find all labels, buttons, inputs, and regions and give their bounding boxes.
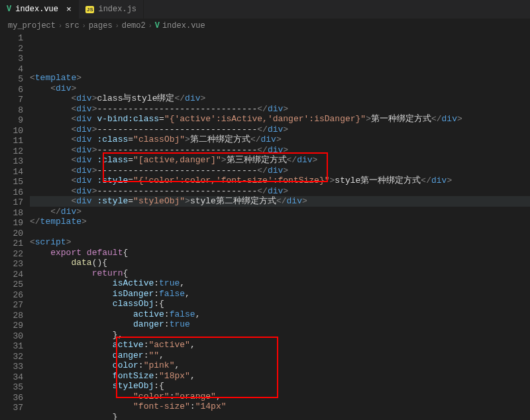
line-number: 21	[0, 238, 23, 249]
chevron-right-icon: ›	[148, 23, 152, 30]
line-number: 3	[0, 54, 23, 64]
line-number: 19	[0, 218, 23, 229]
vue-icon: V	[155, 21, 160, 30]
breadcrumb-file[interactable]: index.vue	[162, 21, 205, 30]
line-number: 17	[0, 197, 23, 208]
tab-label: index.vue	[15, 5, 58, 14]
code-line[interactable]: export default{	[30, 248, 530, 258]
code-line[interactable]: <div v-bind:class="{'active':isActive,'d…	[30, 114, 530, 125]
chevron-right-icon: ›	[58, 23, 62, 30]
code-line[interactable]: <div :style="styleObj">style第二种绑定方式</div…	[30, 196, 530, 207]
line-number: 26	[0, 290, 23, 301]
breadcrumb-part[interactable]: src	[65, 21, 80, 30]
line-numbers: 1234567891011121314151617181920212223242…	[0, 33, 30, 420]
breadcrumb-part[interactable]: demo2	[122, 21, 146, 30]
line-number: 25	[0, 280, 23, 290]
code-line[interactable]: classObj:{	[30, 299, 530, 309]
line-number: 31	[0, 341, 23, 352]
code-content[interactable]: <template> <div> <div>class与style绑定</div…	[30, 33, 530, 420]
line-number: 2	[0, 44, 23, 54]
code-line[interactable]: "color":"orange",	[30, 392, 530, 402]
line-number: 18	[0, 208, 23, 219]
line-number: 9	[0, 115, 23, 126]
code-line[interactable]: fontSize:"18px",	[30, 371, 530, 382]
code-line[interactable]: danger:true	[30, 319, 530, 330]
line-number: 8	[0, 105, 23, 116]
code-line[interactable]: <div>-------------------------------</di…	[30, 166, 530, 176]
code-line[interactable]: <div :class="[active,danger]">第三种绑定方式</d…	[30, 155, 530, 166]
code-line[interactable]: <div>-------------------------------</di…	[30, 145, 530, 156]
line-number: 12	[0, 146, 23, 157]
code-line[interactable]: },	[30, 330, 530, 341]
code-line[interactable]: "font-size":"14px"	[30, 401, 530, 412]
line-number: 24	[0, 270, 23, 280]
code-line[interactable]: <div>class与style绑定</div>	[30, 93, 530, 104]
breadcrumb: my_project › src › pages › demo2 › V ind…	[0, 19, 530, 33]
line-number: 35	[0, 382, 23, 393]
line-number: 13	[0, 156, 23, 167]
code-editor[interactable]: 1234567891011121314151617181920212223242…	[0, 33, 530, 420]
code-line[interactable]: danger:"",	[30, 350, 530, 361]
line-number: 10	[0, 126, 23, 136]
code-line[interactable]: <div :class="classObj">第二种绑定方式</div>	[30, 134, 530, 145]
code-line[interactable]	[30, 227, 530, 238]
code-line[interactable]: </div>	[30, 207, 530, 217]
code-line[interactable]: color:"pink",	[30, 360, 530, 371]
line-number: 16	[0, 187, 23, 198]
line-number: 20	[0, 229, 23, 239]
code-line[interactable]: }	[30, 412, 530, 421]
code-line[interactable]: return{	[30, 268, 530, 279]
line-number: 27	[0, 300, 23, 311]
line-number: 1	[0, 33, 23, 44]
code-line[interactable]: <template>	[30, 73, 530, 83]
code-line[interactable]: <div>-------------------------------</di…	[30, 125, 530, 135]
code-line[interactable]: <script>	[30, 237, 530, 248]
code-line[interactable]: data(){	[30, 258, 530, 268]
line-number: 36	[0, 393, 23, 403]
line-number: 30	[0, 331, 23, 342]
tab-label: index.js	[98, 5, 136, 14]
code-line[interactable]: active:"active",	[30, 340, 530, 350]
code-line[interactable]: <div>	[30, 83, 530, 94]
code-line[interactable]: </template>	[30, 217, 530, 227]
close-icon[interactable]: ×	[66, 5, 72, 15]
chevron-right-icon: ›	[115, 23, 119, 30]
line-number: 22	[0, 249, 23, 260]
line-number: 34	[0, 372, 23, 383]
code-line[interactable]: isDanger:false,	[30, 289, 530, 299]
line-number: 7	[0, 95, 23, 105]
line-number: 14	[0, 167, 23, 178]
code-line[interactable]: <div :style="{'color':color,'font-size':…	[30, 176, 530, 186]
line-number: 4	[0, 64, 23, 75]
line-number: 23	[0, 259, 23, 270]
code-line[interactable]: styleObj:{	[30, 381, 530, 392]
vue-icon: V	[7, 5, 11, 14]
line-number: 11	[0, 136, 23, 146]
line-number: 6	[0, 85, 23, 95]
code-line[interactable]: <div>-------------------------------</di…	[30, 186, 530, 197]
line-number: 29	[0, 321, 23, 331]
tab-index-vue[interactable]: V index.vue ×	[0, 0, 79, 19]
line-number: 5	[0, 74, 23, 85]
line-number: 32	[0, 352, 23, 362]
code-line[interactable]: active:false,	[30, 309, 530, 320]
line-number: 28	[0, 311, 23, 321]
line-number: 33	[0, 362, 23, 372]
line-number: 15	[0, 177, 23, 187]
code-line[interactable]: isActive:true,	[30, 278, 530, 289]
tab-index-js[interactable]: JS index.js	[79, 0, 144, 19]
line-number: 37	[0, 403, 23, 413]
editor-tabs: V index.vue × JS index.js	[0, 0, 530, 19]
chevron-right-icon: ›	[82, 23, 86, 30]
code-line[interactable]: <div>-------------------------------</di…	[30, 104, 530, 115]
breadcrumb-part[interactable]: my_project	[8, 21, 56, 30]
breadcrumb-part[interactable]: pages	[89, 21, 113, 30]
js-icon: JS	[85, 6, 95, 13]
